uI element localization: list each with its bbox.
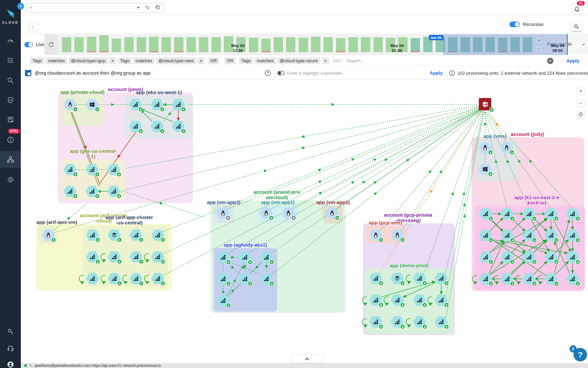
sidebar-item-network[interactable] xyxy=(0,151,21,168)
sidebar-item-alert[interactable]: 8791 xyxy=(0,131,21,148)
sidebar-item-gear[interactable] xyxy=(0,171,21,188)
group-label-app-gcp-vms: app (gcp-vms) xyxy=(369,220,403,225)
filter-apply-button[interactable]: Apply xyxy=(558,55,588,66)
activity-histogram[interactable]: May 03 17:00May 04 01:00May 04 09:00last… xyxy=(58,34,532,55)
group-label-app-arif-app-cluster-us-central: app (arif-app-cluster -us-central) xyxy=(105,214,153,225)
histogram-bar[interactable] xyxy=(311,37,320,52)
filter-value-pill[interactable]: @cloud:type=azure xyxy=(277,57,321,64)
topology-canvas[interactable]: account (pmm)app (private-cloud)app (eks… xyxy=(21,80,588,363)
group-label-app-arif-aws-vm: app (arif-aws-vm) xyxy=(36,220,77,225)
sidebar-item-speedometer[interactable] xyxy=(0,33,21,50)
histogram-bar[interactable] xyxy=(274,37,283,52)
stopped-badge xyxy=(291,215,296,220)
time-tick-label: May 04 01:00 xyxy=(391,44,404,53)
histogram-bar[interactable] xyxy=(149,37,158,52)
histogram-bar[interactable] xyxy=(411,38,420,52)
histogram-bar[interactable] xyxy=(249,38,258,52)
sidebar-item-headset[interactable] xyxy=(0,340,21,357)
filter-field-pill[interactable]: Tags xyxy=(30,57,44,64)
filter-remove-pill[interactable]: × xyxy=(322,57,329,64)
histogram-bar[interactable] xyxy=(299,38,308,52)
filter-op-pill[interactable]: matches xyxy=(133,57,155,64)
clear-filters-button[interactable]: × xyxy=(547,58,553,64)
filter-op-pill[interactable]: matches xyxy=(255,57,276,64)
histogram-bar[interactable] xyxy=(124,37,134,52)
running-badge xyxy=(510,281,515,286)
filter-joiner-pill[interactable]: OR xyxy=(224,57,236,64)
histogram-bar[interactable] xyxy=(112,39,121,52)
filter-value-pill[interactable]: @cloud:type=aws xyxy=(156,57,196,64)
histogram-bar[interactable] xyxy=(161,37,171,52)
histogram-bar[interactable] xyxy=(174,37,184,52)
undo-icon[interactable] xyxy=(145,5,150,11)
sidebar-item-user[interactable] xyxy=(0,356,21,368)
running-badge xyxy=(488,238,493,243)
workspace-value: ~ xyxy=(29,5,32,10)
query-expression[interactable]: @org:cloudaccount as account then @org:g… xyxy=(35,70,150,76)
filter-joiner-pill[interactable]: OR xyxy=(208,57,219,64)
histogram-bar[interactable] xyxy=(336,38,345,52)
canvas-zoom-out-button[interactable]: − xyxy=(577,99,585,107)
live-label: Live xyxy=(36,42,44,47)
sidebar-item-checklist[interactable] xyxy=(0,52,21,69)
highlight-toggle[interactable] xyxy=(277,71,284,75)
sidebar-item-report-check[interactable] xyxy=(0,111,21,128)
blocked-flow-strip xyxy=(87,51,96,52)
filter-remove-pill[interactable]: × xyxy=(197,57,204,64)
histogram-bar[interactable] xyxy=(373,37,383,52)
search-button[interactable] xyxy=(571,21,582,32)
histogram-bar[interactable] xyxy=(186,37,196,52)
running-badge xyxy=(269,260,274,265)
copy-icon[interactable] xyxy=(155,5,160,11)
sidebar-item-shield-check[interactable] xyxy=(0,92,21,109)
recursive-toggle[interactable]: ✓ xyxy=(509,21,520,27)
histogram-bar[interactable] xyxy=(199,37,208,52)
and-ghost-label: AND xyxy=(333,58,342,63)
sidebar-item-search[interactable] xyxy=(0,72,21,89)
running-badge xyxy=(532,259,537,264)
canvas-zoom-in-button[interactable]: + xyxy=(577,87,585,95)
filter-op-pill[interactable]: matches xyxy=(45,57,67,64)
histogram-bar[interactable] xyxy=(349,37,358,52)
canvas-recenter-button[interactable] xyxy=(577,110,585,118)
running-badge xyxy=(51,238,56,242)
running-badge xyxy=(510,238,515,243)
histogram-bar[interactable] xyxy=(74,37,84,52)
histogram-bar[interactable] xyxy=(361,37,370,52)
headset-icon xyxy=(7,344,14,352)
sidebar-expand-button[interactable]: » xyxy=(17,3,24,9)
selected-time-range[interactable] xyxy=(443,34,568,55)
histogram-bar[interactable] xyxy=(137,37,146,52)
histogram-bar[interactable] xyxy=(324,37,333,52)
live-toggle[interactable]: ✓ xyxy=(25,42,33,47)
filter-field-pill[interactable]: Tags xyxy=(239,57,253,64)
sidebar-item-key[interactable] xyxy=(0,323,21,340)
refresh-button[interactable] xyxy=(44,34,58,55)
highlight-expression-input[interactable]: Enter a highlight expression... xyxy=(287,71,430,76)
filter-search-input[interactable]: Search... xyxy=(346,58,364,63)
shield-check-icon xyxy=(7,96,14,104)
filter-field-pill[interactable]: Tags xyxy=(118,57,132,64)
globe-icon xyxy=(481,100,489,108)
report-check-icon xyxy=(7,116,14,124)
recursive-label: Recursive xyxy=(523,22,544,27)
key-icon xyxy=(7,328,14,335)
more-options-button[interactable]: ⋮ xyxy=(29,22,37,31)
filter-value-pill[interactable]: @cloud:type=gcp xyxy=(69,57,108,64)
running-badge xyxy=(575,281,580,286)
histogram-bar[interactable] xyxy=(87,37,96,52)
histogram-bar[interactable] xyxy=(211,37,221,52)
histogram-bar[interactable] xyxy=(286,37,295,52)
histogram-bar[interactable] xyxy=(261,39,271,52)
running-badge xyxy=(139,238,144,242)
collapse-panel-button[interactable] xyxy=(291,354,323,363)
blocked-flow-strip xyxy=(149,51,158,52)
query-help-icon[interactable]: ? xyxy=(265,70,271,76)
query-apply-button[interactable]: Apply xyxy=(430,70,443,76)
histogram-bar[interactable] xyxy=(99,35,109,52)
filter-remove-pill[interactable]: × xyxy=(109,57,116,64)
histogram-bar[interactable] xyxy=(62,37,71,52)
workspace-selector[interactable]: ~ xyxy=(26,3,163,12)
running-badge xyxy=(422,324,427,329)
blocked-flow-strip xyxy=(411,51,420,52)
